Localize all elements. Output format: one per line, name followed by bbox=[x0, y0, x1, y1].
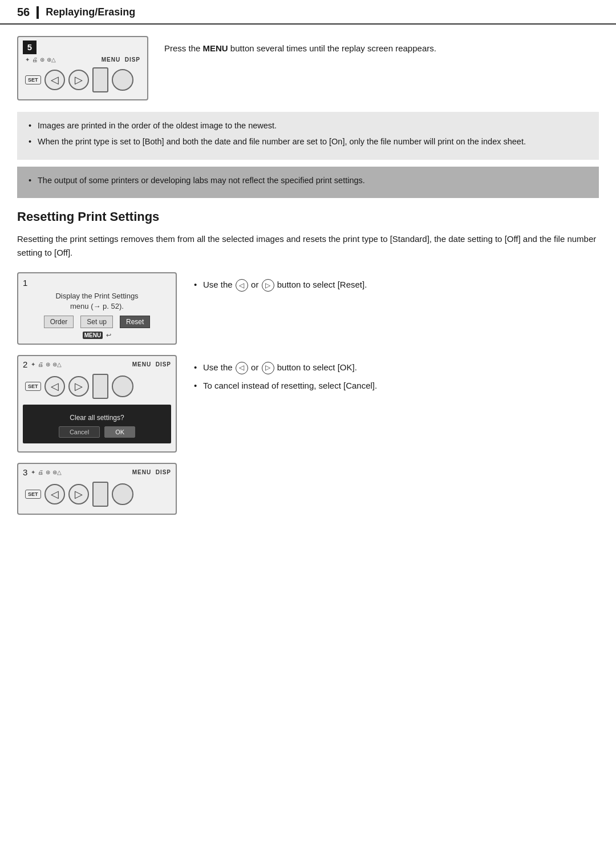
menu-icon: MENU bbox=[83, 332, 103, 339]
step1-menu-bar: Order Set up Reset bbox=[23, 316, 171, 328]
step3-badge: 3 bbox=[23, 467, 27, 477]
menu-item-order: Order bbox=[44, 316, 74, 328]
step2-left: 2 ✦ 🖨 ⊛ ⊛△ MENU DISP SET bbox=[17, 355, 177, 453]
step1-row: 1 Display the Print Settingsmenu (→ p. 5… bbox=[17, 272, 599, 344]
camera-menu-disp-3: MENU DISP bbox=[132, 469, 171, 475]
icon-mode2-3: ⊛△ bbox=[52, 469, 62, 475]
icon-mode2: ⊛△ bbox=[47, 56, 56, 63]
section-title: Resetting Print Settings bbox=[17, 209, 599, 224]
camera-icons-left: ✦ 🖨 ⊛ ⊛△ bbox=[25, 56, 56, 63]
camera-buttons-row-2: SET ◁ ▷ bbox=[23, 372, 171, 401]
step2-badge: 2 bbox=[23, 360, 27, 369]
info-item-dark-1: The output of some printers or developin… bbox=[29, 175, 587, 187]
step1-screen-bottom: MENU ↩ bbox=[23, 332, 171, 339]
icon-mode2-2: ⊛△ bbox=[52, 361, 62, 368]
menu-item-setup: Set up bbox=[80, 316, 113, 328]
info-box-light: Images are printed in the order of the o… bbox=[17, 112, 599, 160]
info-list-light: Images are printed in the order of the o… bbox=[29, 120, 587, 148]
step2-instruction-1: Use the ◁ or ▷ button to select [OK]. bbox=[194, 361, 599, 374]
left-nav-icon-2: ◁ bbox=[236, 362, 248, 374]
icon-flash-2: ✦ bbox=[31, 361, 35, 368]
left-nav-icon: ◁ bbox=[236, 279, 248, 292]
cancel-btn: Cancel bbox=[59, 426, 100, 438]
rect-btn-3 bbox=[92, 482, 108, 507]
icon-print: 🖨 bbox=[32, 56, 38, 63]
step2-dialog: Clear all settings? Cancel OK bbox=[23, 405, 171, 443]
icon-flash-3: ✦ bbox=[31, 469, 35, 475]
step1-left: 1 Display the Print Settingsmenu (→ p. 5… bbox=[17, 272, 177, 344]
nav-right-circle: ▷ bbox=[68, 70, 89, 90]
step2-camera-ui: 2 ✦ 🖨 ⊛ ⊛△ MENU DISP SET bbox=[17, 355, 177, 453]
page-number: 56 bbox=[17, 6, 30, 19]
step3-left: 3 ✦ 🖨 ⊛ ⊛△ MENU DISP SET bbox=[17, 463, 177, 515]
step5-text: Press the MENU button several times unti… bbox=[164, 43, 436, 53]
main-content: 5 ✦ 🖨 ⊛ ⊛△ MENU DISP SET ◁ ▷ Press the M bbox=[0, 36, 616, 542]
circle-btn-2 bbox=[112, 376, 133, 397]
step5-row: 5 ✦ 🖨 ⊛ ⊛△ MENU DISP SET ◁ ▷ Press the M bbox=[17, 36, 599, 100]
info-item-1: Images are printed in the order of the o… bbox=[29, 120, 587, 132]
step2-instruction-2: To cancel instead of resetting, select [… bbox=[194, 379, 599, 393]
dialog-text: Clear all settings? bbox=[29, 414, 165, 422]
set-button-3: SET bbox=[25, 490, 41, 499]
circle-button bbox=[112, 69, 133, 91]
set-button-2: SET bbox=[25, 382, 41, 391]
icon-mode1-3: ⊛ bbox=[46, 469, 50, 475]
dialog-buttons: Cancel OK bbox=[29, 426, 165, 438]
back-arrow-icon: ↩ bbox=[106, 332, 111, 339]
camera-menu-disp-2: MENU DISP bbox=[132, 361, 171, 368]
camera-icons-left-3: ✦ 🖨 ⊛ ⊛△ bbox=[31, 469, 62, 475]
camera-top-row: ✦ 🖨 ⊛ ⊛△ MENU DISP bbox=[23, 56, 143, 63]
nav-right-2: ▷ bbox=[68, 376, 89, 397]
step3-row: 3 ✦ 🖨 ⊛ ⊛△ MENU DISP SET bbox=[17, 463, 599, 515]
step1-right: Use the ◁ or ▷ button to select [Reset]. bbox=[194, 272, 599, 296]
header-title: Replaying/Erasing bbox=[46, 6, 135, 18]
step1-badge: 1 bbox=[23, 278, 27, 288]
icon-flash: ✦ bbox=[25, 56, 30, 63]
info-item-2: When the print type is set to [Both] and… bbox=[29, 136, 587, 148]
step2-right: Use the ◁ or ▷ button to select [OK]. To… bbox=[194, 355, 599, 397]
step1-label: Display the Print Settingsmenu (→ p. 52)… bbox=[23, 291, 171, 312]
step5-badge: 5 bbox=[23, 41, 37, 54]
camera-buttons-row-3: SET ◁ ▷ bbox=[23, 479, 171, 509]
ok-btn: OK bbox=[104, 426, 135, 438]
nav-left-circle: ◁ bbox=[44, 70, 65, 90]
step1-camera-screen: 1 Display the Print Settingsmenu (→ p. 5… bbox=[17, 272, 177, 344]
right-nav-icon: ▷ bbox=[262, 279, 274, 292]
nav-right-3: ▷ bbox=[68, 484, 89, 504]
header-bar: 56 Replaying/Erasing bbox=[0, 0, 616, 25]
camera-buttons-row: SET ◁ ▷ bbox=[23, 65, 143, 95]
info-box-dark: The output of some printers or developin… bbox=[17, 167, 599, 199]
camera-icons-left-2: ✦ 🖨 ⊛ ⊛△ bbox=[31, 361, 62, 368]
header-divider bbox=[37, 6, 39, 19]
set-button: SET bbox=[25, 75, 41, 84]
info-list-dark: The output of some printers or developin… bbox=[29, 175, 587, 187]
circle-btn-3 bbox=[112, 483, 133, 505]
rect-btn-2 bbox=[92, 374, 108, 399]
section-body: Resetting the print settings removes the… bbox=[17, 232, 599, 260]
step1-instruction: Use the ◁ or ▷ button to select [Reset]. bbox=[194, 278, 599, 292]
nav-left-2: ◁ bbox=[44, 376, 65, 397]
icon-print-3: 🖨 bbox=[38, 469, 43, 475]
menu-item-reset: Reset bbox=[120, 316, 150, 328]
step2-row: 2 ✦ 🖨 ⊛ ⊛△ MENU DISP SET bbox=[17, 355, 599, 453]
icon-mode1: ⊛ bbox=[40, 56, 44, 63]
step3-camera-ui: 3 ✦ 🖨 ⊛ ⊛△ MENU DISP SET bbox=[17, 463, 177, 515]
step5-instruction: Press the MENU button several times unti… bbox=[164, 36, 599, 55]
icon-mode1-2: ⊛ bbox=[46, 361, 50, 368]
camera-menu-disp-label: MENU DISP bbox=[102, 56, 140, 63]
step3-right bbox=[194, 463, 599, 469]
steps-area: 1 Display the Print Settingsmenu (→ p. 5… bbox=[17, 272, 599, 524]
icon-print-2: 🖨 bbox=[38, 361, 43, 368]
right-nav-icon-2: ▷ bbox=[262, 362, 274, 374]
nav-left-3: ◁ bbox=[44, 484, 65, 504]
rect-button bbox=[92, 67, 108, 92]
step5-camera-ui: 5 ✦ 🖨 ⊛ ⊛△ MENU DISP SET ◁ ▷ bbox=[17, 36, 148, 100]
